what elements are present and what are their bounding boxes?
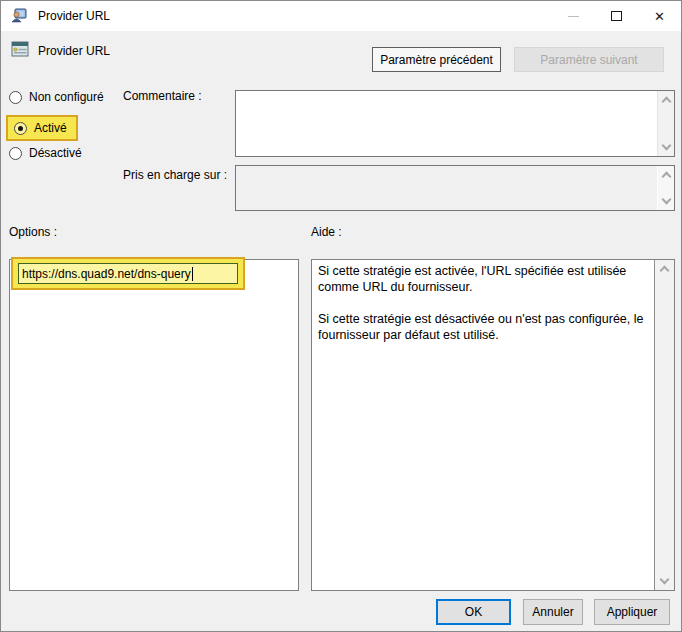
radio-enabled-highlighted[interactable]: Activé	[6, 115, 78, 141]
maximize-icon	[611, 11, 622, 21]
policy-setting-dialog: Provider URL ✕ Provider URL Paramètre pr…	[0, 0, 682, 632]
provider-url-value: https://dns.quad9.net/dns-query	[22, 267, 191, 281]
supported-on-box	[235, 165, 675, 211]
radio-enabled-label: Activé	[34, 121, 67, 135]
window-controls: ✕	[552, 1, 681, 31]
supported-on-label: Pris en charge sur :	[123, 168, 227, 182]
comment-label: Commentaire :	[123, 89, 202, 103]
radio-checked-icon[interactable]	[14, 122, 27, 135]
minimize-button[interactable]	[552, 1, 595, 31]
help-scrollbar[interactable]	[654, 260, 674, 590]
supported-on-text	[236, 166, 657, 210]
provider-url-highlight: https://dns.quad9.net/dns-query	[11, 257, 245, 290]
setting-title: Provider URL	[38, 44, 110, 58]
provider-url-input[interactable]: https://dns.quad9.net/dns-query	[18, 263, 238, 284]
cancel-button[interactable]: Annuler	[523, 599, 583, 625]
group-policy-icon	[11, 8, 27, 24]
radio-disabled[interactable]: Désactivé	[9, 146, 82, 160]
comment-scrollbar[interactable]	[657, 91, 674, 156]
text-caret	[192, 267, 193, 281]
options-label: Options :	[9, 225, 57, 239]
ok-button[interactable]: OK	[436, 599, 511, 625]
scroll-up-icon[interactable]	[661, 97, 671, 107]
help-label: Aide :	[311, 225, 342, 239]
policy-setting-icon	[11, 40, 29, 58]
help-paragraph-1: Si cette stratégie est activée, l'URL sp…	[318, 263, 648, 295]
radio-unchecked-icon[interactable]	[9, 147, 22, 160]
radio-unchecked-icon[interactable]	[9, 91, 22, 104]
help-paragraph-2: Si cette stratégie est désactivée ou n'e…	[318, 311, 648, 343]
scroll-down-icon	[661, 195, 671, 205]
scroll-down-icon[interactable]	[661, 141, 671, 151]
comment-textarea[interactable]	[235, 90, 675, 157]
help-text: Si cette stratégie est activée, l'URL sp…	[312, 260, 654, 590]
previous-setting-button[interactable]: Paramètre précédent	[372, 47, 501, 72]
radio-disabled-label: Désactivé	[29, 146, 82, 160]
scroll-up-icon[interactable]	[660, 266, 670, 276]
help-panel: Si cette stratégie est activée, l'URL sp…	[311, 259, 675, 591]
window-title: Provider URL	[38, 9, 110, 23]
radio-not-configured-label: Non configuré	[29, 90, 104, 104]
close-button[interactable]: ✕	[638, 1, 681, 31]
next-setting-button: Paramètre suivant	[514, 47, 664, 72]
apply-button[interactable]: Appliquer	[594, 599, 670, 625]
radio-not-configured[interactable]: Non configuré	[9, 90, 104, 104]
minimize-icon	[568, 16, 579, 17]
scroll-down-icon[interactable]	[660, 575, 670, 585]
titlebar: Provider URL ✕	[1, 1, 681, 31]
scroll-up-icon	[661, 172, 671, 182]
close-icon: ✕	[654, 10, 665, 23]
supported-on-scrollbar	[657, 166, 674, 210]
maximize-button[interactable]	[595, 1, 638, 31]
comment-text[interactable]	[236, 91, 657, 156]
options-panel	[9, 259, 299, 591]
